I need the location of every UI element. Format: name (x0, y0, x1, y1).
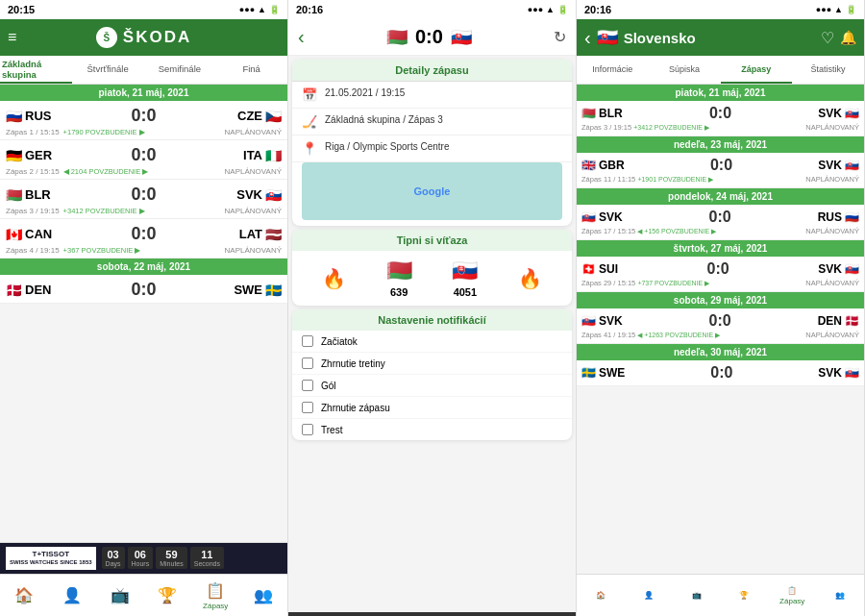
p3-date-mon: pondelok, 24 máj, 2021 (577, 188, 864, 205)
matches-body-1: piatok, 21 máj, 2021 🇷🇺 RUS 0:0 🇨🇿 CZE Z… (0, 85, 287, 542)
match-meta: Zápas 1 / 15:15 +1790 POVZBUDENIE ▶ NAPL… (6, 128, 282, 136)
signal-icon: ●●● (239, 5, 255, 14)
match-row-blr-svk[interactable]: 🇧🇾 BLR 0:0 🇸🇰 SVK Zápas 3 / 19:15 +3412 … (0, 180, 287, 219)
p2-refresh-icon[interactable]: ↻ (554, 28, 566, 46)
notif-zhrnutie-zapasu[interactable]: Zhrnutie zápasu (292, 397, 572, 419)
p3-zapasy-label: Zápasy (779, 597, 804, 605)
p3-date-fri: piatok, 21 máj, 2021 (577, 85, 864, 101)
p3-nav-zapasy[interactable]: 📋 Zápasy (768, 575, 816, 616)
p2-flag2: 🇸🇰 (451, 27, 472, 48)
p3-match-svk-rus[interactable]: 🇸🇰 SVK 0:0 🇷🇺 RUS Zápas 17 / 15:15 ◀ +15… (577, 205, 864, 240)
checkbox-zaciatok[interactable] (302, 335, 313, 347)
zapasy-icon: 📋 (206, 581, 225, 600)
google-label: Google (414, 185, 451, 197)
nav-tv[interactable]: 📺 (96, 575, 144, 616)
p3-group-icon: 👥 (835, 591, 845, 600)
p3-tab-statistiky[interactable]: Štatistiky (792, 56, 864, 84)
p3-nav-tv[interactable]: 📺 (673, 575, 721, 616)
nav-trophy[interactable]: 🏆 (143, 575, 191, 616)
menu-icon[interactable]: ≡ (8, 29, 16, 46)
p3-nav-trophy[interactable]: 🏆 (720, 575, 768, 616)
team-ger: GER (25, 148, 52, 162)
notif-label-tretiny: Zhrnutie tretiny (321, 358, 385, 369)
tv-icon: 📺 (111, 586, 130, 604)
p3-body: piatok, 21 máj, 2021 🇧🇾 BLR 0:0 🇸🇰 SVK Z… (577, 85, 864, 574)
nav-profile[interactable]: 👤 (48, 575, 96, 616)
p3-nav-home[interactable]: 🏠 (577, 575, 625, 616)
details-date: 21.05.2021 / 19:15 (325, 87, 405, 98)
tab-zakladna[interactable]: Základná skupina (0, 56, 72, 84)
score-ger-ita: 0:0 (125, 145, 163, 165)
p3-date-sat: sobota, 29 máj, 2021 (577, 292, 864, 308)
tab-fina[interactable]: Finá (215, 56, 287, 84)
p3-bottom-nav: 🏠 👤 📺 🏆 📋 Zápasy 👥 (577, 574, 864, 616)
tip-flag2[interactable]: 🇸🇰 4051 (452, 259, 478, 298)
p3-date-sun1: nedeľa, 23 máj, 2021 (577, 136, 864, 153)
p3-nav-profile[interactable]: 👤 (625, 575, 673, 616)
p3-tab-supiska[interactable]: Súpiska (649, 56, 721, 84)
tabs-row-1: Základná skupina Štvrťfinále Semifinále … (0, 56, 287, 85)
tip-team2: 🔥 (518, 267, 542, 290)
battery-icon-2: 🔋 (557, 5, 568, 14)
p3-tab-zapasy[interactable]: Zápasy (721, 56, 793, 84)
tab-semifinale[interactable]: Semifinále (144, 56, 216, 84)
checkbox-tretiny[interactable] (302, 357, 313, 369)
match-row-can-lat[interactable]: 🇨🇦 CAN 0:0 🇱🇻 LAT Zápas 4 / 19:15 +367 P… (0, 219, 287, 259)
match-row-ger-ita[interactable]: 🇩🇪 GER 0:0 🇮🇹 ITA Zápas 2 / 15:15 ◀ 2104… (0, 140, 287, 180)
p3-profile-icon: 👤 (644, 591, 654, 600)
calendar-icon: 📅 (302, 87, 317, 102)
p3-tab-info[interactable]: Informácie (577, 56, 649, 84)
tip-flag1[interactable]: 🇧🇾 639 (386, 259, 412, 298)
nav-zapasy[interactable]: 📋 Zápasy (191, 575, 239, 616)
notif-gol[interactable]: Gól (292, 375, 572, 397)
notif-label-zaciatok: Začiatok (321, 336, 358, 347)
notif-label-trest: Trest (321, 425, 342, 435)
p3-match-blr-svk[interactable]: 🇧🇾 BLR 0:0 🇸🇰 SVK Zápas 3 / 19:15 +3412 … (577, 101, 864, 136)
p3-match-sui-svk[interactable]: 🇨🇭 SUI 0:0 🇸🇰 SVK Zápas 29 / 15:15 +737 … (577, 257, 864, 292)
p3-bell-icon[interactable]: 🔔 (840, 30, 856, 45)
notif-label-zapasu: Zhrnutie zápasu (321, 403, 390, 413)
notif-zhrnutie-tretiny[interactable]: Zhrnutie tretiny (292, 353, 572, 375)
p3-back-icon[interactable]: ‹ (584, 27, 591, 49)
bottom-nav-1: 🏠 👤 📺 🏆 📋 Zápasy 👥 (0, 574, 287, 616)
signal-icon-2: ●●● (528, 5, 543, 14)
p3-heart-icon[interactable]: ♡ (821, 29, 834, 47)
match-row-rus-cze[interactable]: 🇷🇺 RUS 0:0 🇨🇿 CZE Zápas 1 / 15:15 +1790 … (0, 101, 287, 140)
flag-ita: 🇮🇹 (265, 148, 282, 163)
status-icons-1: ●●● ▲ 🔋 (239, 5, 280, 14)
team-name-cze: CZE (237, 109, 262, 123)
p3-nav-group[interactable]: 👥 (816, 575, 864, 616)
wifi-icon-3: ▲ (834, 5, 843, 14)
tips-card: Tipni si víťaza 🔥 🇧🇾 639 🇸🇰 4051 🔥 (292, 230, 572, 306)
nav-home[interactable]: 🏠 (0, 575, 48, 616)
p3-match-gbr-svk[interactable]: 🇬🇧 GBR 0:0 🇸🇰 SVK Zápas 11 / 11:15 +1901… (577, 153, 864, 188)
notif-label-gol: Gól (321, 381, 336, 391)
map-area: Google (302, 162, 562, 220)
tip-count2: 4051 (454, 286, 477, 298)
p3-tabs: Informácie Súpiska Zápasy Štatistiky (577, 56, 864, 85)
status-bar-2: 20:16 ●●● ▲ 🔋 (288, 0, 576, 19)
p3-date-thu: štvrtok, 27 máj, 2021 (577, 240, 864, 257)
match-row-den-swe[interactable]: 🇩🇰 DEN 0:0 🇸🇪 SWE (0, 275, 287, 304)
checkbox-gol[interactable] (302, 380, 313, 391)
details-venue: Riga / Olympic Sports Centre (325, 141, 450, 152)
notif-trest[interactable]: Trest (292, 419, 572, 440)
p3-match-swe-svk[interactable]: 🇸🇪 SWE 0:0 🇸🇰 SVK (577, 360, 864, 386)
checkbox-trest[interactable] (302, 424, 313, 435)
team-ita: ITA (243, 148, 262, 162)
panel-1: 20:15 ●●● ▲ 🔋 ≡ Š ŠKODA Základná skupina… (0, 0, 288, 616)
checkbox-zapasu[interactable] (302, 402, 313, 413)
fire-icon-left: 🔥 (322, 267, 346, 290)
flag-ger: 🇩🇪 (6, 148, 22, 163)
match-id: Zápas 1 / 15:15 (6, 128, 60, 136)
p2-back-icon[interactable]: ‹ (298, 26, 305, 48)
tab-stvrfinale[interactable]: Štvrťfinále (72, 56, 144, 84)
notif-zaciatok[interactable]: Začiatok (292, 331, 572, 353)
match-teams: 🇷🇺 RUS 0:0 🇨🇿 CZE (6, 106, 282, 126)
nav-group[interactable]: 👥 (239, 575, 287, 616)
team-home: 🇷🇺 RUS (6, 109, 73, 124)
p2-score-area: 🇧🇾 0:0 🇸🇰 (386, 26, 472, 48)
details-venue-row: 📍 Riga / Olympic Sports Centre (292, 136, 572, 162)
brand-name: ŠKODA (123, 28, 191, 47)
p3-match-svk-den[interactable]: 🇸🇰 SVK 0:0 🇩🇰 DEN Zápas 41 / 19:15 ◀ +12… (577, 308, 864, 344)
